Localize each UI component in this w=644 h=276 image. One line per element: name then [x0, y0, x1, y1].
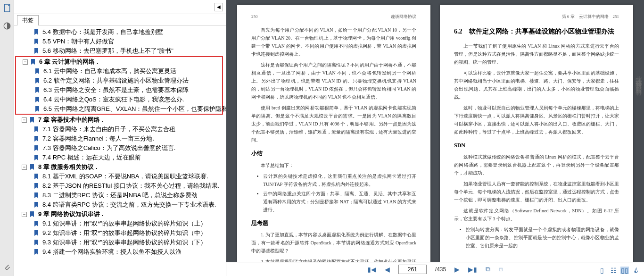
bookmark-item[interactable]: 6.2 软件定义网络：共享基础设施的小区物业管理办法: [16, 76, 222, 85]
bookmark-icon: [33, 48, 40, 54]
bookmark-label: 8.2 基于JSON 的RESTful 接口协议：我不关心过程，请给我结果.: [42, 181, 220, 191]
page-total: /435: [435, 266, 446, 273]
expand-toggle[interactable]: −: [22, 165, 27, 170]
bookmark-icon: [33, 145, 40, 151]
zoom-fit-icon[interactable]: ⧉: [486, 265, 490, 273]
bookmark-label: 6.4 云中网络之QoS：室友疯狂下电影，我该怎么办.: [43, 95, 184, 104]
bookmark-icon: [33, 249, 40, 255]
bookmark-item[interactable]: 9.4 搭建一个网络实验环境：授人以鱼不如授人以渔: [15, 247, 223, 257]
bookmark-item[interactable]: −7 章 容器技术中的网络 .: [15, 115, 223, 125]
prev-page-button[interactable]: ◀: [385, 266, 390, 273]
watermark: 北京随诚在科技有限公司版权所有: [635, 71, 643, 85]
bookmark-item[interactable]: 9.3 知识串讲：用"双*"的故事串起网络协议的碎片知识（下）: [15, 238, 223, 247]
expand-toggle[interactable]: −: [22, 117, 27, 123]
bookmark-item[interactable]: 6.4 云中网络之QoS：室友疯狂下电影，我该怎么办.: [16, 95, 222, 104]
bookmark-icon: [33, 192, 40, 199]
bookmark-item[interactable]: 8.3 二进制类RPC 协议：还是叫NBA 吧，总说全称多费劲: [15, 191, 223, 200]
bookmark-label: 6.5 云中网络之隔离GRE、VXLAN：虽然住一个小区，也要保护隐私: [43, 104, 226, 114]
bookmark-item[interactable]: 7.1 容器网络：来去自由的日子，不买公寓去合租: [15, 125, 223, 134]
bookmark-icon: [29, 117, 35, 123]
heading-sdn: SDN: [454, 141, 619, 150]
view-facing-icon[interactable]: ▯▯: [620, 267, 629, 274]
page-left: 250趣谈网络协议 首先为每个用户分配不同的 VLAN，如给一个用户分配 VLA…: [237, 5, 430, 262]
bookmark-item[interactable]: 7.3 容器网络之Calico：为了高效说出善意的谎言.: [15, 143, 223, 153]
bookmark-label: 9.4 搭建一个网络实验环境：授人以鱼不如授人以渔: [42, 247, 182, 257]
bookmark-label: 8.3 二进制类RPC 协议：还是叫NBA 吧，总说全称多费劲: [42, 191, 198, 200]
bookmark-item[interactable]: 7.2 容器网络之Flannel：每人一亩三分地.: [15, 134, 223, 143]
tab-bookmarks[interactable]: 书签: [17, 15, 39, 25]
bookmark-item[interactable]: 5.4 数据中心：我是开发商，自己拿地盖别墅: [15, 27, 223, 37]
bookmark-label: 7.2 容器网络之Flannel：每人一亩三分地.: [42, 134, 154, 143]
expand-toggle[interactable]: −: [23, 59, 28, 65]
zoom-width-icon[interactable]: ⧈: [499, 265, 503, 273]
list-item: 云中的网络重点关注四个方面：共享、隔离、互通、灵活。其中共享和互通有两种常用的方…: [263, 190, 416, 214]
bookmark-icon: [33, 29, 40, 35]
bookmark-label: 7.3 容器网络之Calico：为了高效说出善意的谎言.: [42, 143, 175, 153]
view-book-icon[interactable]: ⫝̸: [632, 267, 640, 274]
section-title: 6.2 软件定义网络：共享基础设施的小区物业管理办法: [454, 26, 619, 37]
attach-icon[interactable]: [3, 263, 11, 271]
bookmark-icon: [34, 87, 41, 93]
document-viewport: 250趣谈网络协议 首先为每个用户分配不同的 VLAN，如给一个用户分配 VLA…: [226, 0, 644, 276]
page-number: 251: [613, 14, 619, 19]
page-icon[interactable]: [3, 4, 11, 12]
bookmark-label: 5.6 移动网络：去巴塞罗那，手机也上不了"脸书": [42, 46, 173, 56]
bookmark-item[interactable]: 6.1 云中网络：自己拿地成本高，购买公寓更灵活: [16, 67, 222, 76]
bookmark-item[interactable]: 8.1 基于XML 的SOAP：不要说NBA，请说美国职业篮球联赛.: [15, 172, 223, 181]
book-title: 趣谈网络协议: [391, 13, 416, 20]
bookmark-icon: [33, 154, 40, 161]
view-continuous-icon[interactable]: ☷: [609, 267, 618, 274]
bookmark-item[interactable]: 9.2 知识串讲：用"双*"的故事串起网络协议的碎片知识（中）: [15, 228, 223, 238]
bookmark-item[interactable]: 8.4 跨语言类RPC 协议：交流之前，双方先交换一下专业术语表.: [15, 200, 223, 209]
bookmark-item[interactable]: 9.1 知识串讲：用"双*"的故事串起网络协议的碎片知识（上）: [15, 219, 223, 228]
bookmark-item[interactable]: 5.5 VPN：朝中有人好做官: [15, 37, 223, 46]
bookmark-icon: [29, 164, 35, 170]
bookmark-item[interactable]: 7.4 RPC 概述：远在天边，近在眼前: [15, 153, 223, 162]
next-page-button[interactable]: ▶: [454, 266, 460, 273]
view-single-icon[interactable]: ▯: [598, 267, 606, 274]
page-input[interactable]: [398, 265, 427, 274]
bookmark-icon: [30, 59, 36, 65]
para: 首先为每个用户分配不同的 VLAN，如给一个用户分配 VLAN 10，另一个用户…: [251, 26, 416, 58]
first-page-button[interactable]: ▮◀: [367, 266, 376, 273]
sidebar-collapse-button[interactable]: ◀: [215, 3, 223, 11]
bookmark-icon: [33, 220, 40, 227]
view-mode-toolbar: ▯ ☷ ▯▯ ⫝̸: [598, 267, 640, 274]
bookmark-icon: [33, 201, 40, 208]
bookmark-tree: 5.4 数据中心：我是开发商，自己拿地盖别墅5.5 VPN：朝中有人好做官5.6…: [14, 25, 226, 276]
bookmark-item[interactable]: −6 章 云计算中的网络 .: [16, 57, 222, 67]
bookmark-label: 9 章 网络协议知识串讲 .: [38, 209, 104, 219]
bookmark-label: 6.1 云中网络：自己拿地成本高，购买公寓更灵活: [43, 67, 176, 76]
para: 1. 为了更加直观，本节内容以桌面虚拟化系统为例进行讲解。在数据中心里面，有一款…: [251, 231, 416, 255]
bookmark-icon: [34, 68, 41, 75]
page-right: 第 6 章 云计算中的网络 251 6.2 软件定义网络：共享基础设施的小区物业…: [440, 5, 633, 262]
list-item: 云计算的关键技术是虚拟化，这里我们重点关注的是虚拟网卡通过打开 TUN/TAP …: [263, 172, 416, 188]
expand-toggle[interactable]: −: [22, 212, 27, 217]
bookmark-icon: [29, 211, 35, 217]
bookmark-item[interactable]: −9 章 网络协议知识串讲 .: [15, 209, 223, 219]
bookmark-label: 9.2 知识串讲：用"双*"的故事串起网络协议的碎片知识（中）: [42, 228, 206, 238]
bookmark-item[interactable]: 6.3 云中网络之安全：虽然不是土豪，也需要基本保障: [16, 85, 222, 95]
bookmark-label: 7.4 RPC 概述：远在天边，近在眼前: [42, 153, 141, 162]
para: 如果物业管理人员有一套智能的控制系统，在物业监控室里就能看到小区里每个单元、每个…: [454, 180, 619, 204]
bookmark-icon: [33, 230, 40, 236]
para: 这时，物业可以派自己的物业管理人员到每个单元的楼梯那里，将电梯的上下行速度调快一…: [454, 104, 619, 136]
contrast-icon[interactable]: [3, 22, 11, 30]
para: 使用 brctl 创建出来的网桥功能很简单，基于 VLAN 的虚拟网卡也能实现简…: [251, 104, 416, 144]
bookmark-item[interactable]: 5.6 移动网络：去巴塞罗那，手机也上不了"脸书": [15, 46, 223, 56]
bookmark-icon: [33, 173, 40, 180]
bookmark-label: 6 章 云计算中的网络 .: [39, 57, 99, 67]
bookmark-label: 8.4 跨语言类RPC 协议：交流之前，双方先交换一下专业术语表.: [42, 200, 216, 209]
bookmark-item[interactable]: 6.5 云中网络之隔离GRE、VXLAN：虽然住一个小区，也要保护隐私: [16, 104, 222, 114]
bookmark-label: 7 章 容器技术中的网络 .: [38, 115, 104, 125]
bookmark-item[interactable]: −8 章 微服务相关协议 .: [15, 162, 223, 172]
para: 上一节我们了解了使用原生的 VLAN 和 Linux 网桥的方式来进行云平台的管…: [454, 42, 619, 66]
bookmark-label: 6.2 软件定义网络：共享基础设施的小区物业管理办法: [43, 76, 189, 85]
bookmark-label: 8 章 微服务相关协议 .: [38, 162, 98, 172]
para: 这种模式就做传统的网络设备和普通的 Linux 网桥的模式，配置整个云平台的网络…: [454, 153, 619, 177]
bookmark-icon: [34, 96, 41, 103]
para: 这就是软件定义网络（Software Defined Network，SDN）。…: [454, 207, 619, 223]
last-page-button[interactable]: ▶▮: [468, 266, 477, 273]
page-number: 250: [251, 13, 258, 20]
bookmark-item[interactable]: 8.2 基于JSON 的RESTful 接口协议：我不关心过程，请给我结果.: [15, 181, 223, 191]
